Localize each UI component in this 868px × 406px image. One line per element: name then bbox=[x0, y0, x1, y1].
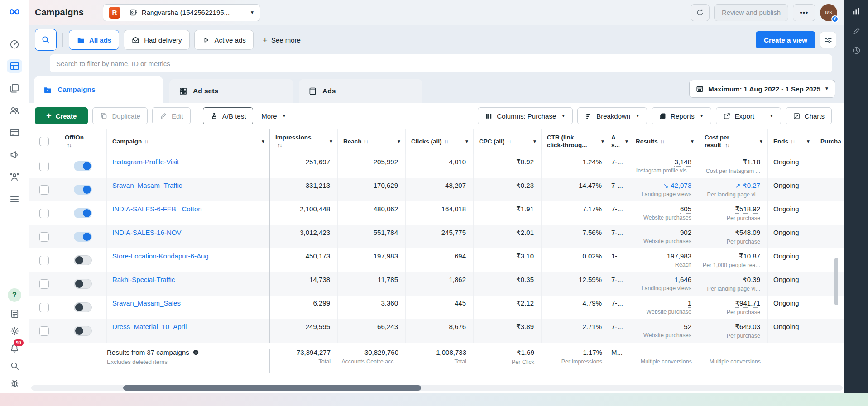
help-icon[interactable]: ? bbox=[8, 288, 21, 302]
column-header-campaign[interactable]: Campaign ↑↓ ▼ bbox=[107, 129, 270, 154]
row-checkbox[interactable] bbox=[39, 185, 49, 195]
account-overview-icon[interactable] bbox=[7, 37, 22, 51]
campaign-toggle[interactable] bbox=[74, 326, 92, 336]
column-header-results[interactable]: Results ↑↓ ▼ bbox=[630, 129, 699, 154]
more-actions-button[interactable]: More ▼ bbox=[258, 107, 290, 124]
select-all-checkbox[interactable] bbox=[39, 137, 49, 146]
bug-report-icon[interactable] bbox=[10, 378, 20, 388]
more-options-button[interactable]: ••• bbox=[793, 4, 815, 21]
column-header-reach[interactable]: Reach ↑↓ ▼ bbox=[338, 129, 406, 154]
audiences-icon[interactable] bbox=[7, 104, 22, 117]
campaign-name-link[interactable]: Rakhi-Special-Traffic bbox=[112, 276, 175, 283]
row-checkbox[interactable] bbox=[39, 162, 49, 171]
results-value[interactable]: 902 bbox=[680, 229, 691, 237]
results-value[interactable]: 52 bbox=[684, 323, 691, 331]
campaign-toggle[interactable] bbox=[74, 279, 92, 289]
chevron-down-icon[interactable]: ▼ bbox=[769, 114, 774, 118]
row-checkbox[interactable] bbox=[39, 209, 49, 218]
view-settings-icon[interactable] bbox=[820, 32, 836, 48]
edit-pencil-icon[interactable] bbox=[852, 26, 861, 36]
notifications-bell-icon[interactable]: 99 bbox=[9, 343, 20, 354]
breakdown-button[interactable]: Breakdown ▼ bbox=[577, 107, 647, 124]
account-selector[interactable]: R Rangvarsha (15425622195... ▼ bbox=[103, 4, 260, 21]
column-header-impressions[interactable]: Impressions↑↓ ▼ bbox=[270, 129, 338, 154]
campaign-name-link[interactable]: Instagram-Profile-Visit bbox=[112, 158, 179, 166]
date-range-selector[interactable]: Maximum: 1 Aug 2022 - 1 Sep 2025 ▼ bbox=[689, 80, 835, 98]
events-manager-icon[interactable] bbox=[7, 170, 22, 184]
campaign-name-link[interactable]: Dress_Material_10_April bbox=[112, 323, 187, 330]
row-checkbox[interactable] bbox=[39, 279, 49, 289]
column-header-purchases[interactable]: Purcha bbox=[815, 129, 844, 154]
search-input[interactable] bbox=[50, 54, 832, 72]
duplicate-button[interactable]: Duplicate bbox=[92, 107, 148, 124]
campaign-name-link[interactable]: INDIA-SALES-16-NOV bbox=[112, 229, 182, 236]
column-header-ends[interactable]: Ends ↑↓ ▼ bbox=[768, 129, 815, 154]
billing-icon[interactable] bbox=[7, 126, 22, 139]
results-value[interactable]: 1 bbox=[688, 299, 691, 308]
ads-reporting-icon[interactable] bbox=[7, 81, 22, 95]
cost-per-result-value[interactable]: ₹10.87 bbox=[739, 252, 760, 260]
results-value[interactable]: 3,148 bbox=[674, 158, 691, 167]
ab-test-button[interactable]: A/B test bbox=[203, 107, 254, 124]
results-value[interactable]: 1,646 bbox=[674, 276, 691, 284]
results-value[interactable]: 197,983 bbox=[667, 252, 691, 260]
cost-per-result-value[interactable]: ₹941.71 bbox=[735, 299, 760, 308]
create-button[interactable]: + Create bbox=[35, 107, 88, 124]
campaign-toggle[interactable] bbox=[74, 232, 92, 242]
campaign-toggle[interactable] bbox=[74, 255, 92, 265]
horizontal-scrollbar[interactable] bbox=[31, 385, 843, 391]
search-nav-icon[interactable] bbox=[10, 361, 20, 371]
campaign-name-link[interactable]: Store-Location-Kondapur-6-Aug bbox=[112, 252, 209, 260]
campaign-toggle[interactable] bbox=[74, 185, 92, 195]
cost-per-result-value[interactable]: ₹649.03 bbox=[735, 323, 760, 331]
vertical-scrollbar-thumb[interactable] bbox=[834, 258, 838, 305]
reports-button[interactable]: Reports ▼ bbox=[652, 107, 711, 124]
column-header-cpc[interactable]: CPC (all) ↑↓ ▼ bbox=[474, 129, 542, 154]
cost-per-result-value[interactable]: ₹548.09 bbox=[735, 229, 760, 237]
insights-chart-icon[interactable] bbox=[851, 6, 861, 16]
settings-gear-icon[interactable] bbox=[10, 326, 20, 336]
horizontal-scrollbar-thumb[interactable] bbox=[123, 385, 421, 391]
history-clock-icon[interactable] bbox=[852, 46, 861, 55]
see-more-filters-button[interactable]: + See more bbox=[258, 36, 305, 44]
campaign-toggle[interactable] bbox=[74, 161, 92, 171]
columns-button[interactable]: Columns: Purchase ▼ bbox=[478, 107, 573, 124]
cost-per-result-value[interactable]: ₹1.18 bbox=[743, 158, 760, 166]
cost-per-result-value[interactable]: ₹518.92 bbox=[735, 205, 760, 214]
all-tools-menu-icon[interactable] bbox=[7, 192, 22, 206]
campaign-name-link[interactable]: Sravan_Masam_Traffic bbox=[112, 182, 182, 189]
avatar[interactable]: RS f bbox=[820, 4, 837, 21]
meta-logo-icon[interactable] bbox=[6, 6, 23, 19]
column-header-ctr[interactable]: CTR (linkclick-throug... ▼ bbox=[542, 129, 609, 154]
results-value[interactable]: 42,073 bbox=[671, 182, 691, 190]
campaign-name-link[interactable]: INDIA-SALES-6-FEB– Cotton bbox=[112, 205, 202, 213]
filter-pill-active-ads[interactable]: Active ads bbox=[194, 30, 254, 50]
row-checkbox[interactable] bbox=[39, 326, 49, 336]
edit-button[interactable]: Edit bbox=[152, 107, 191, 124]
tab-ad-sets[interactable]: Ad sets bbox=[169, 79, 293, 103]
cost-per-result-value[interactable]: ₹0.27 bbox=[743, 182, 760, 190]
campaign-toggle[interactable] bbox=[74, 208, 92, 218]
row-checkbox[interactable] bbox=[39, 256, 49, 265]
filter-pill-all-ads[interactable]: All ads bbox=[69, 30, 119, 50]
tab-campaigns[interactable]: Campaigns bbox=[34, 76, 163, 103]
column-header-attribution[interactable]: A...s... ▼ bbox=[609, 129, 630, 154]
ads-manager-icon[interactable] bbox=[7, 148, 22, 162]
column-header-off-on[interactable]: Off/On↑↓ bbox=[59, 129, 107, 154]
search-filter-button[interactable] bbox=[35, 29, 57, 51]
campaign-name-link[interactable]: Sravan_Masam_Sales bbox=[112, 299, 181, 307]
row-checkbox[interactable] bbox=[39, 232, 49, 242]
filter-pill-had-delivery[interactable]: Had delivery bbox=[124, 30, 189, 50]
charts-button[interactable]: Charts bbox=[786, 107, 832, 124]
campaign-toggle[interactable] bbox=[74, 302, 92, 312]
review-and-publish-button[interactable]: Review and publish bbox=[714, 4, 788, 21]
column-header-cost-per-result[interactable]: Cost perresult ↑↓ ▼ bbox=[699, 129, 768, 154]
create-a-view-button[interactable]: Create a view bbox=[756, 31, 815, 48]
column-header-clicks[interactable]: Clicks (all) ↑↓ ▼ bbox=[406, 129, 474, 154]
feedback-icon[interactable] bbox=[10, 309, 20, 319]
info-icon[interactable] bbox=[192, 349, 199, 356]
campaigns-nav-icon[interactable] bbox=[7, 59, 22, 73]
refresh-button[interactable] bbox=[691, 4, 710, 21]
results-value[interactable]: 605 bbox=[680, 205, 691, 214]
cost-per-result-value[interactable]: ₹0.39 bbox=[743, 276, 760, 284]
